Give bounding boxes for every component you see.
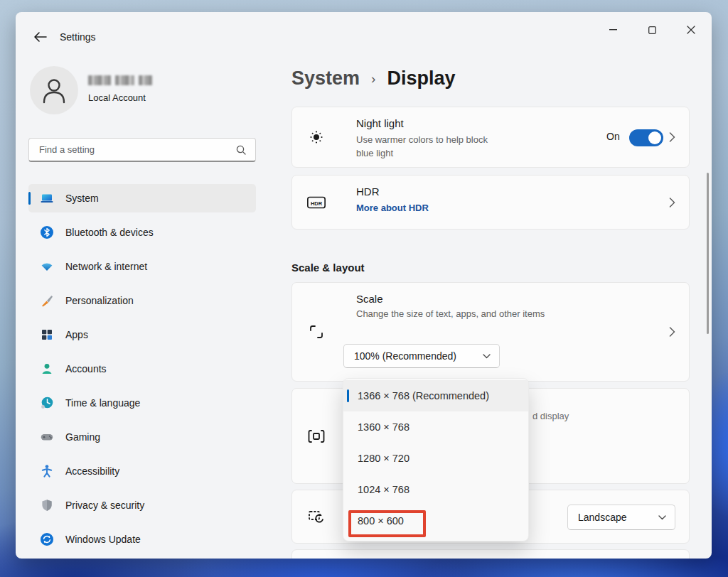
resolution-description-fragment: d display	[532, 411, 569, 421]
system-icon	[40, 191, 54, 205]
search-icon[interactable]	[235, 144, 247, 156]
apps-icon	[40, 328, 54, 342]
sidebar-item-label: Bluetooth & devices	[65, 227, 154, 238]
night-light-title: Night light	[356, 117, 404, 129]
red-highlight-annotation	[348, 510, 426, 537]
sidebar-item-label: Gaming	[65, 431, 100, 443]
app-title: Settings	[60, 31, 96, 43]
windows-update-icon	[40, 532, 54, 546]
breadcrumb-separator: ›	[371, 71, 375, 87]
sidebar-item-system[interactable]: System	[28, 184, 256, 212]
resolution-option-1280x720[interactable]: 1280 × 720	[343, 443, 528, 474]
breadcrumb-parent[interactable]: System	[291, 68, 360, 90]
scale-dropdown[interactable]: 100% (Recommended)	[343, 344, 500, 368]
sidebar-item-label: Accessibility	[65, 465, 119, 477]
sidebar-item-network-internet[interactable]: Network & internet	[28, 252, 256, 281]
minimize-button[interactable]	[597, 18, 628, 41]
resolution-option-1360x768[interactable]: 1360 × 768	[343, 411, 528, 443]
accounts-icon	[40, 362, 54, 376]
chevron-right-icon	[669, 132, 675, 143]
gaming-icon	[40, 430, 54, 444]
bluetooth-icon	[40, 225, 54, 239]
time-language-icon	[40, 396, 54, 410]
avatar[interactable]	[30, 66, 78, 114]
maximize-icon	[648, 26, 656, 34]
resolution-option-1024x768[interactable]: 1024 × 768	[343, 474, 528, 505]
sidebar-item-label: Personalization	[65, 295, 134, 306]
sidebar-item-label: Apps	[65, 329, 88, 340]
night-light-icon	[306, 129, 326, 146]
toggle-knob	[648, 131, 661, 144]
sidebar-item-windows-update[interactable]: Windows Update	[28, 525, 256, 554]
svg-text:HDR: HDR	[311, 200, 323, 206]
sidebar-item-label: System	[65, 193, 99, 204]
back-arrow-icon	[33, 31, 48, 43]
personalization-icon	[40, 293, 54, 308]
back-button[interactable]	[33, 31, 48, 43]
sidebar-item-label: Privacy & security	[65, 500, 144, 511]
night-light-toggle[interactable]	[629, 129, 663, 146]
sidebar-item-apps[interactable]: Apps	[28, 320, 256, 349]
sidebar-item-label: Windows Update	[65, 534, 141, 545]
scale-card[interactable]: Scale Change the size of text, apps, and…	[291, 282, 690, 382]
sidebar-item-bluetooth-devices[interactable]: Bluetooth & devices	[28, 218, 256, 247]
display-orientation-icon	[306, 508, 326, 525]
person-icon	[38, 75, 70, 106]
selection-accent-bar	[28, 192, 31, 205]
chevron-down-icon	[483, 354, 491, 359]
account-name-redacted	[88, 75, 152, 87]
search-input[interactable]	[39, 139, 231, 160]
resolution-option-1366x768[interactable]: 1366 × 768 (Recommended)	[343, 380, 528, 411]
settings-window: Settings Local Account	[16, 12, 712, 559]
accessibility-icon	[40, 464, 54, 478]
sidebar-item-label: Time & language	[65, 397, 140, 409]
search-box[interactable]	[28, 138, 256, 162]
screenshot-stage: Settings Local Account	[0, 0, 728, 577]
network-icon	[40, 259, 54, 274]
maximize-button[interactable]	[636, 18, 668, 41]
orientation-dropdown[interactable]: Landscape	[567, 505, 675, 530]
toggle-state-label: On	[606, 131, 620, 142]
privacy-security-icon	[40, 498, 54, 512]
more-about-hdr-link[interactable]: More about HDR	[356, 203, 429, 213]
hdr-icon: HDR	[306, 194, 326, 211]
scale-description: Change the size of text, apps, and other…	[356, 308, 545, 319]
chevron-right-icon	[669, 327, 675, 338]
night-light-description: Use warmer colors to help block blue lig…	[356, 133, 488, 160]
chevron-down-icon	[658, 515, 666, 520]
page-title: Display	[387, 68, 455, 90]
scale-icon	[306, 323, 326, 340]
account-type-label: Local Account	[88, 92, 146, 103]
orientation-dropdown-value: Landscape	[578, 512, 627, 523]
sidebar-item-time-language[interactable]: Time & language	[28, 389, 256, 417]
minimize-icon	[609, 29, 617, 31]
sidebar-item-label: Network & internet	[65, 261, 147, 272]
sidebar-item-accounts[interactable]: Accounts	[28, 355, 256, 383]
sidebar-item-gaming[interactable]: Gaming	[28, 423, 256, 451]
breadcrumb: System › Display	[291, 68, 455, 90]
sidebar-item-label: Accounts	[65, 363, 107, 374]
sidebar-item-privacy-security[interactable]: Privacy & security	[28, 491, 256, 519]
sidebar-item-accessibility[interactable]: Accessibility	[28, 457, 256, 485]
close-icon	[687, 26, 695, 34]
chevron-right-icon	[669, 197, 675, 207]
section-heading: Scale & layout	[291, 261, 365, 274]
hdr-title: HDR	[356, 185, 380, 198]
sidebar-item-personalization[interactable]: Personalization	[28, 286, 256, 315]
hdr-card[interactable]: HDR HDR More about HDR	[291, 175, 690, 230]
scrollbar-thumb[interactable]	[707, 173, 709, 334]
close-button[interactable]	[675, 18, 707, 41]
partial-card	[291, 549, 690, 559]
night-light-card[interactable]: Night light Use warmer colors to help bl…	[291, 107, 690, 168]
resolution-dropdown-menu: 1366 × 768 (Recommended) 1360 × 768 1280…	[343, 378, 529, 541]
display-resolution-icon	[306, 428, 326, 445]
scale-title: Scale	[356, 293, 383, 305]
scale-dropdown-value: 100% (Recommended)	[354, 350, 456, 362]
